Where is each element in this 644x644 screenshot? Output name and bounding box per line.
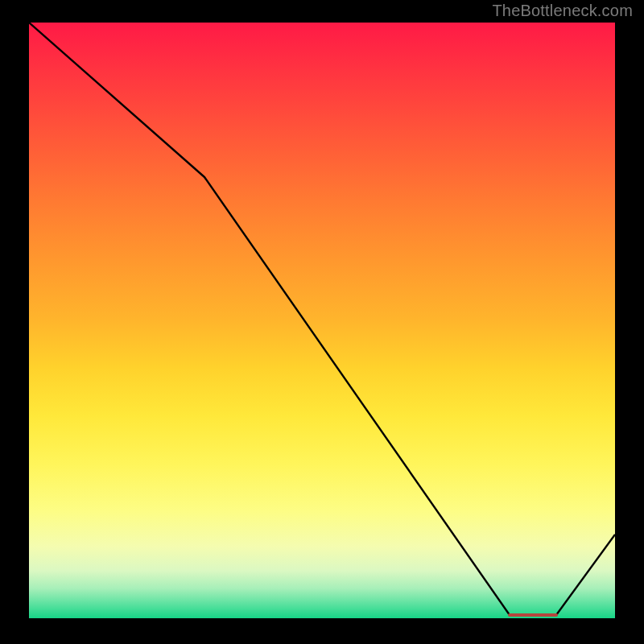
- data-curve: [29, 23, 615, 615]
- attribution-label: TheBottleneck.com: [492, 2, 633, 20]
- chart-frame: TheBottleneck.com: [0, 0, 644, 644]
- plot-area: [29, 23, 615, 618]
- line-overlay: [29, 23, 615, 618]
